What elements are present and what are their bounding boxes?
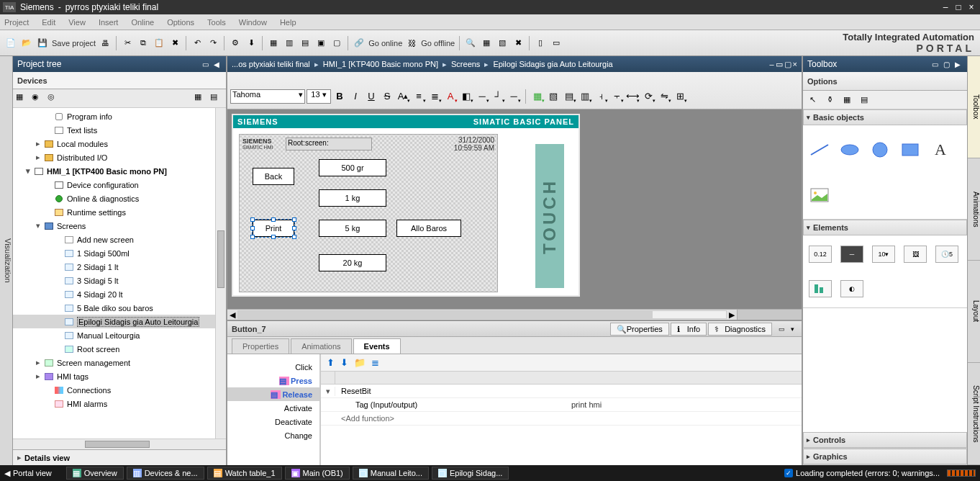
event-click[interactable]: Click xyxy=(227,360,319,374)
fn-row-tag[interactable]: Tag (Input/output)print hmi xyxy=(321,398,802,412)
gooffline-label[interactable]: Go offline xyxy=(421,39,455,48)
grid-button[interactable]: ⊞ xyxy=(673,89,687,104)
subtab-animations[interactable]: Animations xyxy=(291,338,351,354)
menu-project[interactable]: Project xyxy=(4,18,29,27)
el-symbolic[interactable]: 10▾ xyxy=(872,246,895,263)
align-obj-button[interactable]: ⫞ xyxy=(594,89,608,104)
tree-hmi-device[interactable]: ▾HMI_1 [KTP400 Basic mono PN] xyxy=(13,164,226,178)
tree-screen-manual[interactable]: Manual Leitourgia xyxy=(13,328,226,342)
rtab-animations[interactable]: Animations xyxy=(968,158,980,261)
sb-manual[interactable]: ▢Manual Leito... xyxy=(353,467,429,480)
fn-row-add[interactable]: <Add function> xyxy=(321,412,802,426)
move-up-icon[interactable]: ⬆ xyxy=(327,357,335,368)
distribute-button[interactable]: ⫟ xyxy=(609,89,624,104)
subtab-events[interactable]: Events xyxy=(353,338,401,354)
hmi-btn-back[interactable]: Back xyxy=(253,168,294,185)
hmi-btn-500gr[interactable]: 500 gr xyxy=(319,159,386,176)
x-icon[interactable]: ✖ xyxy=(512,37,525,50)
save-icon[interactable]: 💾 xyxy=(36,37,49,50)
tree-runtime-settings[interactable]: Runtime settings xyxy=(13,205,226,219)
rtab-layout[interactable]: Layout xyxy=(968,261,980,363)
copy-icon[interactable]: ⧉ xyxy=(137,37,150,50)
menu-online[interactable]: Online xyxy=(131,18,154,27)
tbx-pointer-icon[interactable]: ↖ xyxy=(806,94,819,107)
tree-program-info[interactable]: Program info xyxy=(13,109,226,123)
save-label[interactable]: Save project xyxy=(52,39,96,48)
font-select[interactable]: Tahoma ▾ xyxy=(230,89,305,104)
menu-tools[interactable]: Tools xyxy=(207,18,226,27)
shape-rect[interactable] xyxy=(899,143,921,157)
el-switch[interactable]: ◐ xyxy=(840,280,863,297)
tree-vertical-scrollbar[interactable] xyxy=(215,108,226,439)
tbx-pin-icon[interactable]: ▭ xyxy=(930,59,940,69)
rtab-script[interactable]: Script Instructions xyxy=(968,363,980,465)
tree-screen-management[interactable]: ▸Screen management xyxy=(13,356,226,369)
hw4-icon[interactable]: ▢ xyxy=(330,37,343,50)
tbx-layer-icon[interactable]: ▦ xyxy=(840,94,853,107)
hmi-btn-20kg[interactable]: 20 kg xyxy=(319,254,386,271)
bold-button[interactable]: B xyxy=(332,89,347,104)
tree-online-diag[interactable]: Online & diagnostics xyxy=(13,192,226,205)
tree-connections[interactable]: Connections xyxy=(13,383,226,397)
cut-icon[interactable]: ✂ xyxy=(121,37,134,50)
prop-collapse-icon[interactable]: ▭ xyxy=(776,324,786,334)
font-color-button[interactable]: A xyxy=(443,89,458,104)
tree-screens[interactable]: ▾Screens xyxy=(13,219,226,233)
gooffline-icon[interactable]: ⛓ xyxy=(405,37,418,50)
tree-body[interactable]: Program info Text lists ▸Local modules ▸… xyxy=(13,108,226,439)
sb-epilogi[interactable]: ▢Epilogi Sidag... xyxy=(432,467,509,480)
tree-tb-1[interactable]: ▦ xyxy=(16,92,29,105)
send-back-button[interactable]: ▥ xyxy=(578,89,592,104)
accessible-devices-icon[interactable]: 🔍 xyxy=(464,37,477,50)
tree-screen-2[interactable]: 2 Sidagi 1 lt xyxy=(13,260,226,274)
ungroup-button[interactable]: ▧ xyxy=(546,89,561,104)
tree-screen-3[interactable]: 3 Sidagi 5 lt xyxy=(13,274,226,287)
bc-close-icon[interactable]: × xyxy=(793,60,797,69)
tree-add-screen[interactable]: Add new screen xyxy=(13,233,226,246)
menu-help[interactable]: Help xyxy=(280,18,296,27)
menu-edit[interactable]: Edit xyxy=(42,18,55,27)
tree-text-lists[interactable]: Text lists xyxy=(13,123,226,137)
el-graphic-io[interactable]: 🖼 xyxy=(904,246,927,263)
event-press[interactable]: ▤Press xyxy=(227,374,319,387)
close-button[interactable]: × xyxy=(966,2,977,12)
el-button[interactable]: ─ xyxy=(840,246,863,263)
el-bar[interactable] xyxy=(809,280,832,297)
minimize-button[interactable]: – xyxy=(940,2,951,12)
move-down-icon[interactable]: ⬇ xyxy=(340,357,348,368)
split-h-icon[interactable]: ▯ xyxy=(534,37,547,50)
list-icon[interactable]: ≣ xyxy=(371,357,379,368)
sb-main[interactable]: ▣Main (OB1) xyxy=(285,467,350,480)
rtab-toolbox[interactable]: Toolbox xyxy=(968,56,980,158)
hw3-icon[interactable]: ▣ xyxy=(314,37,327,50)
shape-text[interactable]: A xyxy=(930,143,951,157)
italic-button[interactable]: I xyxy=(348,89,363,104)
maximize-button[interactable]: □ xyxy=(953,2,964,12)
align-left-button[interactable]: ≡ xyxy=(412,89,426,104)
cat-controls[interactable]: ▸Controls xyxy=(803,432,967,448)
split-v-icon[interactable]: ▭ xyxy=(550,37,563,50)
tbx-grid-icon[interactable]: ▤ xyxy=(858,94,871,107)
tree-screen-4[interactable]: 4 Sidagi 20 lt xyxy=(13,287,226,301)
pin-icon[interactable]: ▭ xyxy=(200,59,210,69)
sb-devices[interactable]: ▥Devices & ne... xyxy=(127,467,204,480)
menu-view[interactable]: View xyxy=(68,18,86,27)
tbx-collapse-icon[interactable]: ▶ xyxy=(953,59,963,69)
tree-tb-4[interactable]: ▦ xyxy=(194,92,207,105)
hmi-screen-area[interactable]: SIEMENS SIMATIC HMI Root:screen: 31/12/2… xyxy=(239,134,498,292)
event-change[interactable]: Change xyxy=(227,428,319,442)
fill-color-button[interactable]: ◧ xyxy=(459,89,473,104)
root-screen-field[interactable]: Root:screen: xyxy=(286,138,372,150)
hmi-btn-allo[interactable]: Allo Baros xyxy=(396,220,461,237)
align-center-button[interactable]: ≣ xyxy=(427,89,442,104)
simulate-icon[interactable]: ▦ xyxy=(267,37,280,50)
shape-line[interactable] xyxy=(809,143,830,157)
open-project-icon[interactable]: 📂 xyxy=(20,37,33,50)
event-release[interactable]: ▤Release xyxy=(227,387,319,401)
bc-min-icon[interactable]: – xyxy=(769,60,773,69)
prop-down-icon[interactable]: ▾ xyxy=(787,324,797,334)
strikethrough-button[interactable]: S xyxy=(380,89,394,104)
shape-circle[interactable] xyxy=(869,143,891,157)
line-end-button[interactable]: ─ xyxy=(507,89,521,104)
menu-window[interactable]: Window xyxy=(239,18,267,27)
